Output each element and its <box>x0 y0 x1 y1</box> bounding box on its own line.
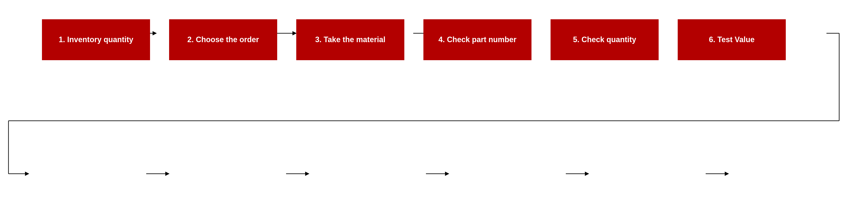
svg-marker-17 <box>165 172 169 176</box>
step-2: 2. Choose the order <box>169 19 277 60</box>
step-5: 5. Check quantity <box>551 19 659 60</box>
svg-marker-25 <box>725 172 729 176</box>
svg-marker-21 <box>445 172 449 176</box>
step-4: 4. Check part number <box>424 19 531 60</box>
svg-marker-15 <box>25 172 29 176</box>
svg-marker-23 <box>585 172 589 176</box>
step-3: 3. Take the material <box>296 19 404 60</box>
step-1: 1. Inventory quantity <box>42 19 150 60</box>
svg-marker-19 <box>305 172 309 176</box>
step-6: 6. Test Value <box>678 19 786 60</box>
diagram-container: 1. Inventory quantity 2. Choose the orde… <box>0 0 868 207</box>
